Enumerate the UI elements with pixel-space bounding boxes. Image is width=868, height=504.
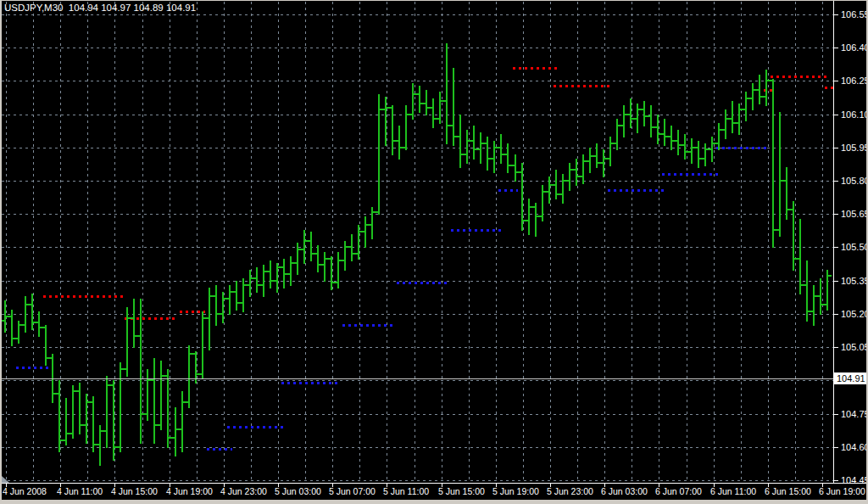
ohlc-bar <box>600 149 608 177</box>
ohlc-bar <box>688 138 696 164</box>
ohlc-bar <box>810 285 818 326</box>
ohlc-bar <box>110 380 118 461</box>
price-tick <box>834 414 838 415</box>
ohlc-bar <box>797 219 804 294</box>
ohlc-bar <box>2 300 9 333</box>
window-border-left <box>0 0 2 504</box>
ohlc-bar <box>348 234 356 261</box>
ohlc-bar <box>770 79 777 248</box>
ohlc-bar <box>790 201 798 271</box>
ohlc-bar <box>76 383 84 434</box>
ohlc-bar <box>15 321 23 344</box>
time-axis-label: 4 Jun 23:00 <box>220 486 267 496</box>
price-tick <box>834 48 838 48</box>
ohlc-bar <box>97 425 104 466</box>
ohlc-bar <box>342 241 349 271</box>
ohlc-bar <box>491 141 498 173</box>
ohlc-bar <box>396 126 403 160</box>
price-tick <box>834 81 838 81</box>
ohlc-bar <box>328 256 336 290</box>
time-axis[interactable]: 4 Jun 20084 Jun 11:004 Jun 15:004 Jun 19… <box>3 484 865 496</box>
ohlc-bar <box>519 163 526 231</box>
ohlc-bar <box>137 299 145 444</box>
ohlc-bar <box>233 281 241 311</box>
ohlc-bar <box>376 94 383 215</box>
price-tick <box>834 181 838 182</box>
ohlc-bar <box>172 407 180 456</box>
price-tick <box>834 347 838 348</box>
ohlc-bar <box>729 101 737 133</box>
ohlc-bar <box>526 199 533 235</box>
price-axis[interactable]: 106.55106.40106.25106.10105.95105.80105.… <box>834 9 868 485</box>
ohlc-bar <box>470 126 478 160</box>
current-price-text: 104.91 <box>837 373 865 384</box>
ohlc-bar <box>117 362 125 452</box>
price-axis-label: 105.65 <box>841 209 868 219</box>
ohlc-bar <box>702 143 709 166</box>
ohlc-bar <box>56 380 64 452</box>
window-border-top <box>0 0 868 1</box>
ohlc-bar <box>430 98 437 128</box>
ohlc-bar <box>654 115 662 144</box>
ohlc-bar <box>403 105 410 150</box>
ohlc-bar <box>682 134 689 160</box>
ohlc-bar <box>164 369 172 448</box>
price-axis-label: 106.40 <box>841 42 868 53</box>
ohlc-bar <box>437 92 444 124</box>
time-axis-label: 4 Jun 15:00 <box>111 486 158 496</box>
ohlc-bar <box>668 126 676 150</box>
time-axis-label: 4 Jun 11:00 <box>57 486 103 496</box>
price-tick <box>834 281 838 282</box>
ohlc-bar <box>83 394 91 444</box>
ohlc-bar <box>274 263 281 293</box>
ohlc-bar <box>817 278 825 315</box>
ohlc-bar <box>335 252 342 288</box>
chart-title-overlay: USDJPY,M30 104.94 104.97 104.89 104.91 <box>4 3 196 13</box>
price-axis-label: 105.05 <box>841 342 868 352</box>
price-tick <box>834 447 838 448</box>
ohlc-bars <box>2 43 832 466</box>
ohlc-bar <box>158 361 165 430</box>
ohlc-bar <box>70 385 77 439</box>
price-axis-label: 105.20 <box>841 309 868 319</box>
ohlc-bar <box>423 90 431 115</box>
ohlc-bar <box>151 358 159 444</box>
ohlc-bar <box>314 245 322 272</box>
time-axis-label: 5 Jun 03:00 <box>275 486 321 496</box>
ohlc-bar <box>743 92 750 121</box>
ohlc-bar <box>131 299 138 348</box>
window-border-bottom <box>0 500 868 504</box>
ohlc-bar <box>63 398 70 445</box>
ohlc-bar <box>498 134 505 164</box>
time-axis-label: 5 Jun 23:00 <box>547 486 593 496</box>
ohlc-bar <box>308 232 315 261</box>
ohlc-bar <box>416 86 424 113</box>
ohlc-bar <box>804 260 811 322</box>
ohlc-bar <box>776 112 784 237</box>
ohlc-bar <box>457 115 465 168</box>
current-price-line <box>2 378 833 379</box>
price-axis-label: 104.45 <box>841 475 868 485</box>
ohlc-bar <box>607 137 615 166</box>
time-axis-label: 6 Jun 19:00 <box>819 486 865 496</box>
ohlc-bar <box>593 143 601 168</box>
price-chart[interactable]: 106.55106.40106.25106.10105.95105.80105.… <box>0 0 868 504</box>
price-tick <box>834 115 838 115</box>
time-axis-label: 6 Jun 03:00 <box>601 486 648 496</box>
ohlc-bar <box>36 311 43 337</box>
grid <box>2 2 833 483</box>
ohlc-bar <box>736 104 743 135</box>
ohlc-bar <box>566 163 574 191</box>
ohlc-bar <box>409 83 417 120</box>
ohlc-bar <box>382 97 390 146</box>
ohlc-bar <box>362 216 370 248</box>
ohlc-bar <box>641 101 648 126</box>
ohlc-bar <box>301 230 309 264</box>
time-axis-label: 5 Jun 11:00 <box>383 486 429 496</box>
time-axis-line <box>2 483 866 484</box>
ohlc-bar <box>614 119 621 150</box>
time-axis-label: 4 Jun 2008 <box>3 486 47 496</box>
ohlc-bar <box>756 75 764 104</box>
ohlc-bar <box>634 104 642 133</box>
price-axis-label: 105.95 <box>841 143 868 153</box>
